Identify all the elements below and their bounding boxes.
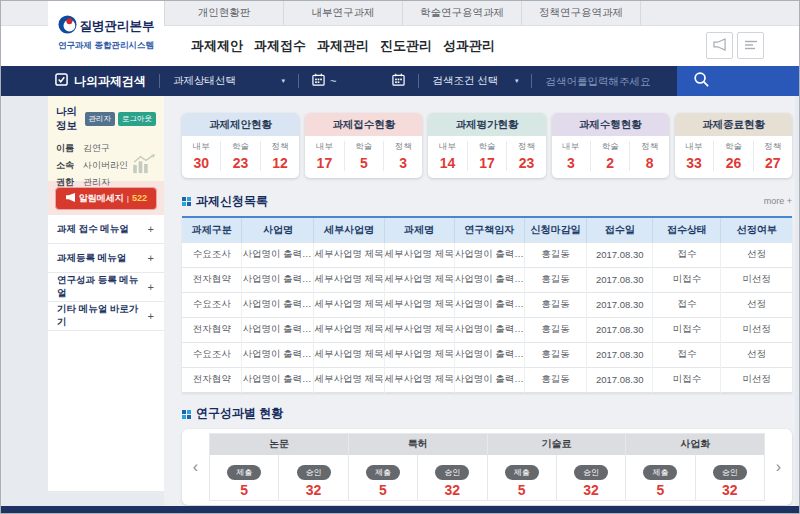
performance-section-title: 연구성과별 현황 — [196, 405, 283, 422]
search-button[interactable] — [677, 66, 799, 96]
table-row[interactable]: 수요조사사업명이 출력됩…세부사업명 제목세부사업명 제목사업명이 출력…홍길동… — [182, 292, 792, 317]
divider: | — [127, 194, 129, 203]
list-icon — [744, 37, 758, 55]
utility-item-internal-projects[interactable]: 내부연구과제 — [284, 1, 403, 25]
app-window: 개인현황판 내부연구과제 학술연구용역과제 정책연구용역과제 질병관리본부 연구… — [0, 0, 800, 514]
perf-cell: 제출 5 — [210, 455, 278, 500]
submit-badge: 제출 — [366, 465, 400, 480]
perf-cell: 제출 5 — [349, 455, 417, 500]
perf-group-commercialization: 사업화 제출 5 승인 32 — [625, 434, 764, 500]
perf-cell: 승인 32 — [695, 455, 764, 500]
plus-icon: + — [148, 310, 154, 322]
perf-value: 5 — [488, 482, 556, 498]
perf-value: 5 — [210, 482, 278, 498]
my-info-panel: 나의정보 관리자 로그아웃 이름 김연구 소속 사이버라인 권한 관리자 — [48, 96, 164, 181]
performance-panel: ‹ 논문 제출 5 승인 32 — [182, 429, 792, 505]
nav-project-reception[interactable]: 과제접수 — [254, 37, 306, 55]
nav-project-proposal[interactable]: 과제제안 — [191, 37, 243, 55]
perf-cell: 승인 32 — [556, 455, 625, 500]
alert-message-button[interactable]: 알림메세지 | 522 — [55, 187, 157, 210]
prev-arrow-button[interactable]: ‹ — [182, 429, 209, 505]
approve-badge: 승인 — [435, 465, 469, 480]
nav-progress-management[interactable]: 진도관리 — [380, 37, 432, 55]
nav-performance-management[interactable]: 성과관리 — [443, 37, 495, 55]
alert-count: 522 — [132, 193, 147, 203]
user-name: 김연구 — [83, 142, 110, 155]
card-proposal-status: 과제제안현황 내부30 학술23 정책12 — [182, 113, 299, 178]
date-to-picker[interactable] — [392, 72, 405, 90]
application-list-header: 과제신청목록 more + — [182, 192, 792, 210]
card-evaluation-status: 과제평가현황 내부14 학술17 정책23 — [428, 113, 545, 178]
more-link[interactable]: more + — [764, 196, 792, 206]
perf-value: 5 — [349, 482, 417, 498]
divider — [418, 74, 419, 88]
section-squares-icon — [182, 192, 191, 210]
admin-badge: 관리자 — [85, 112, 116, 126]
perf-value: 32 — [418, 482, 486, 498]
perf-group-patents: 특허 제출 5 승인 32 — [348, 434, 487, 500]
user-affiliation: 사이버라인 — [83, 159, 128, 172]
utility-item-personal-dashboard[interactable]: 개인현황판 — [165, 1, 284, 25]
application-table: 과제구분 사업명 세부사업명 과제명 연구책임자 신청마감일 접수일 접수상태 … — [182, 216, 792, 393]
utility-menu: 개인현황판 내부연구과제 학술연구용역과제 정책연구용역과제 — [164, 1, 799, 25]
date-from-picker[interactable] — [312, 72, 325, 90]
menu-other-shortcuts[interactable]: 기타 메뉴얼 바로가기+ — [48, 302, 164, 331]
table-row[interactable]: 전자협약사업명이 출력됩…세부사업명 제목세부사업명 제목사업명이 출력…홍길동… — [182, 367, 792, 392]
kcdc-logo-icon — [58, 15, 77, 38]
date-range-tilde: ~ — [330, 75, 336, 87]
system-title: 연구과제 종합관리시스템 — [58, 40, 154, 52]
table-row[interactable]: 전자협약사업명이 출력됩…세부사업명 제목세부사업명 제목사업명이 출력…홍길동… — [182, 317, 792, 342]
table-row[interactable]: 수요조사사업명이 출력됩…세부사업명 제목세부사업명 제목사업명이 출력…홍길동… — [182, 242, 792, 267]
utility-item-policy-projects[interactable]: 정책연구용역과제 — [522, 1, 641, 25]
submit-badge: 제출 — [227, 465, 261, 480]
perf-cell: 승인 32 — [417, 455, 486, 500]
main-content: 과제제안현황 내부30 학술23 정책12 과제접수현황 내부17 학술5 정책… — [164, 96, 795, 506]
project-status-select[interactable]: 과제상태선택 ▾ — [173, 74, 285, 88]
list-menu-button[interactable] — [737, 32, 764, 59]
submit-badge: 제출 — [505, 465, 539, 480]
menu-reception-manual[interactable]: 과제 접수 메뉴얼+ — [48, 215, 164, 244]
manual-menu-list: 과제 접수 메뉴얼+ 과제등록 메뉴얼+ 연구성과 등록 메뉴얼+ 기타 메뉴얼… — [48, 215, 164, 331]
search-condition-select[interactable]: 검색조건 선택 ▾ — [432, 74, 518, 88]
approve-badge: 승인 — [297, 465, 331, 480]
approve-badge: 승인 — [574, 465, 608, 480]
my-project-search-bar: 나의과제검색 과제상태선택 ▾ ~ 검색조건 선택 ▾ — [1, 66, 799, 96]
search-bar-title: 나의과제검색 — [74, 73, 146, 90]
perf-value: 32 — [279, 482, 347, 498]
section-squares-icon — [182, 405, 191, 423]
bottom-bar — [1, 506, 799, 513]
megaphone-icon — [65, 193, 76, 204]
plus-icon: + — [148, 281, 154, 293]
divider — [298, 74, 299, 88]
card-reception-status: 과제접수현황 내부17 학술5 정책3 — [305, 113, 422, 178]
announcement-button[interactable] — [706, 32, 733, 59]
org-title: 질병관리본부 — [80, 18, 155, 35]
chevron-down-icon: ▾ — [281, 77, 285, 85]
perf-value: 5 — [626, 482, 694, 498]
performance-grid: 논문 제출 5 승인 32 특허 — [209, 433, 765, 501]
plus-icon: + — [148, 252, 154, 264]
perf-cell: 제출 5 — [488, 455, 556, 500]
table-row[interactable]: 수요조사사업명이 출력됩…세부사업명 제목세부사업명 제목사업명이 출력…홍길동… — [182, 342, 792, 367]
nav-project-management[interactable]: 과제관리 — [317, 37, 369, 55]
checkbox-icon — [55, 72, 68, 90]
menu-results-manual[interactable]: 연구성과 등록 메뉴얼+ — [48, 273, 164, 302]
main-nav: 과제제안 과제접수 과제관리 진도관리 성과관리 — [191, 26, 495, 66]
card-execution-status: 과제수행현황 내부3 학술2 정책8 — [552, 113, 669, 178]
utility-item-academic-projects[interactable]: 학술연구용역과제 — [403, 1, 522, 25]
logout-button[interactable]: 로그아웃 — [118, 112, 156, 126]
sidebar: 나의정보 관리자 로그아웃 이름 김연구 소속 사이버라인 권한 관리자 — [48, 96, 164, 491]
menu-registration-manual[interactable]: 과제등록 메뉴얼+ — [48, 244, 164, 273]
my-info-title: 나의정보 — [56, 105, 80, 133]
approve-badge: 승인 — [713, 465, 747, 480]
search-keyword-input[interactable] — [545, 75, 670, 87]
perf-value: 32 — [696, 482, 764, 498]
megaphone-icon — [712, 37, 727, 55]
application-list-title: 과제신청목록 — [196, 193, 268, 210]
search-icon — [693, 71, 710, 92]
perf-cell: 승인 32 — [278, 455, 347, 500]
logo[interactable]: 질병관리본부 연구과제 종합관리시스템 — [48, 1, 164, 66]
table-row[interactable]: 전자협약사업명이 출력됩…세부사업명 제목세부사업명 제목사업명이 출력…홍길동… — [182, 267, 792, 292]
submit-badge: 제출 — [643, 465, 677, 480]
next-arrow-button[interactable]: › — [765, 429, 792, 505]
